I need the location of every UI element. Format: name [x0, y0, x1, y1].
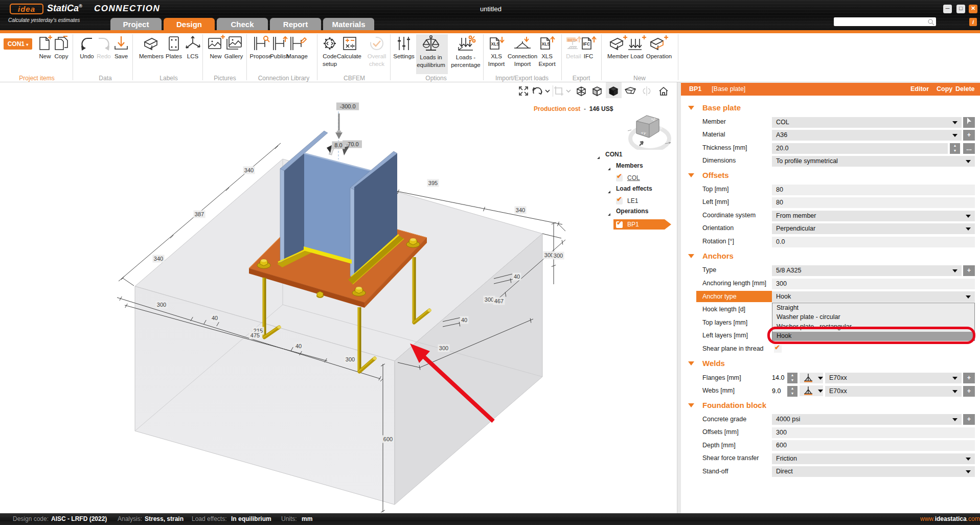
svg-text:X: X: [660, 126, 663, 130]
svg-text:IFC: IFC: [583, 41, 590, 47]
svg-text:XLS: XLS: [542, 41, 551, 47]
svg-text:XLS: XLS: [491, 41, 500, 47]
